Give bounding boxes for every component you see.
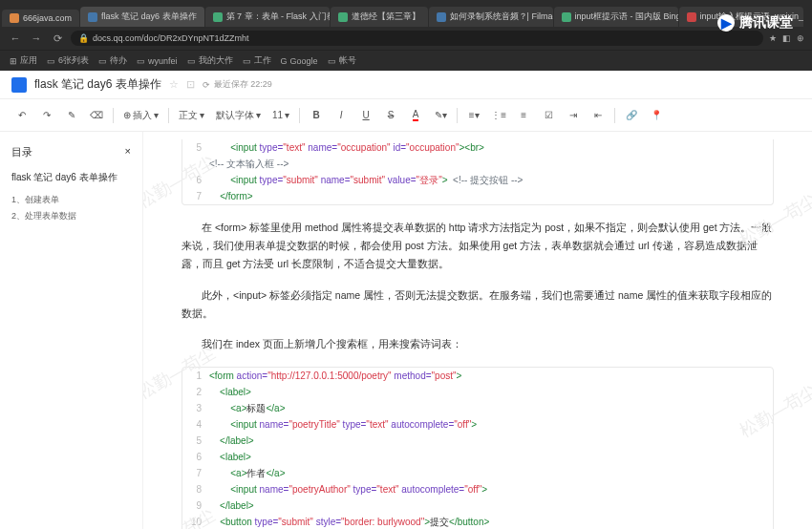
favicon	[88, 12, 97, 22]
addr-icons: ★ ◧ ⊕	[769, 33, 804, 43]
browser-tab[interactable]: 如何录制系统音频？| Filmage S	[429, 7, 553, 27]
bookmark[interactable]: ⊞ 应用	[10, 54, 37, 67]
favicon	[562, 12, 571, 22]
link-button[interactable]: 🔗	[621, 105, 642, 126]
bookmark[interactable]: ▭ 我的大作	[187, 54, 233, 67]
nav-refresh-button[interactable]: ⟳	[50, 31, 65, 46]
bookmark[interactable]: ▭ 待办	[98, 54, 127, 67]
bookmark[interactable]: G Google	[281, 56, 318, 66]
checklist-button[interactable]: ☑	[538, 105, 559, 126]
browser-tab[interactable]: flask 笔记 day6 表单操作	[80, 7, 204, 27]
save-status: ⟳ 最近保存 22:29	[203, 78, 272, 91]
bookmark[interactable]: ▭ 6张列表	[47, 54, 89, 67]
code-block: 1<form action="http://127.0.0.1:5000/poe…	[182, 367, 774, 529]
strikethrough-button[interactable]: S	[380, 105, 401, 126]
paragraph-style-dropdown[interactable]: 正文 ▾	[175, 109, 208, 122]
format-painter-button[interactable]: ✎	[61, 105, 82, 126]
indent-button[interactable]: ⇥	[563, 105, 584, 126]
more-icon[interactable]: ⊡	[186, 78, 195, 91]
insert-dropdown[interactable]: ⊕ 插入 ▾	[119, 109, 162, 122]
document-title[interactable]: flask 笔记 day6 表单操作	[34, 76, 161, 93]
browser-tab[interactable]: 道德经【第三章】	[331, 7, 428, 27]
outline-title: 目录×	[11, 145, 131, 159]
address-bar-row: ← → ⟳ 🔒 docs.qq.com/doc/DR2xDYnpNT1dZZmh…	[0, 27, 812, 50]
bookmark[interactable]: ▭ wyunfei	[137, 56, 178, 66]
nav-forward-button[interactable]: →	[29, 31, 44, 46]
lock-icon: 🔒	[78, 33, 89, 43]
location-button[interactable]: 📍	[646, 105, 667, 126]
browser-tab[interactable]: 666java.com	[2, 10, 79, 27]
favicon	[437, 12, 446, 22]
doc-logo-icon	[11, 77, 27, 93]
bold-button[interactable]: B	[306, 105, 327, 126]
number-list-button[interactable]: ≡	[513, 105, 534, 126]
address-bar[interactable]: 🔒 docs.qq.com/doc/DR2xDYnpNT1dZZmht	[71, 31, 763, 46]
document-header: flask 笔记 day6 表单操作 ☆ ⊡ ⟳ 最近保存 22:29	[0, 71, 812, 99]
favicon	[338, 12, 348, 22]
clear-format-button[interactable]: ⌫	[86, 105, 107, 126]
outdent-button[interactable]: ⇤	[588, 105, 609, 126]
browser-tab[interactable]: 第 7 章：表单 - Flask 入门教程	[205, 7, 330, 27]
italic-button[interactable]: I	[331, 105, 352, 126]
font-dropdown[interactable]: 默认字体 ▾	[212, 109, 265, 122]
url-text: docs.qq.com/doc/DR2xDYnpNT1dZZmht	[93, 33, 249, 43]
nav-back-button[interactable]: ←	[8, 31, 23, 46]
brand-name: 腾讯课堂	[739, 14, 793, 32]
favicon	[10, 13, 19, 23]
browser-chrome: 666java.com flask 笔记 day6 表单操作 第 7 章：表单 …	[0, 0, 812, 50]
outline-sidebar: 目录× flask 笔记 day6 表单操作 1、创建表单 2、处理表单数据	[0, 132, 143, 529]
outline-heading[interactable]: flask 笔记 day6 表单操作	[11, 171, 131, 184]
bookmark[interactable]: ▭ 帐号	[328, 54, 356, 67]
toolbar: ↶ ↷ ✎ ⌫ ⊕ 插入 ▾ 正文 ▾ 默认字体 ▾ 11 ▾ B I U S …	[0, 99, 812, 132]
star-icon[interactable]: ☆	[169, 78, 179, 91]
highlight-button[interactable]: ✎▾	[430, 105, 451, 126]
outline-item[interactable]: 2、处理表单数据	[11, 208, 131, 224]
align-button[interactable]: ≡▾	[463, 105, 484, 126]
undo-button[interactable]: ↶	[11, 105, 32, 126]
underline-button[interactable]: U	[355, 105, 376, 126]
brand-logo-icon: ▶	[717, 14, 735, 32]
font-size-dropdown[interactable]: 11 ▾	[268, 110, 293, 120]
close-outline-icon[interactable]: ×	[125, 145, 131, 159]
favicon	[213, 12, 223, 22]
favicon	[687, 12, 696, 22]
tab-strip: 666java.com flask 笔记 day6 表单操作 第 7 章：表单 …	[0, 0, 812, 27]
bullet-list-button[interactable]: ⋮≡	[488, 105, 509, 126]
brand-overlay: ▶ 腾讯课堂	[717, 14, 793, 32]
paragraph: 我们在 index 页面上新增几个搜索框，用来搜索诗词表：	[182, 335, 774, 353]
content-area: 目录× flask 笔记 day6 表单操作 1、创建表单 2、处理表单数据 松…	[0, 132, 812, 529]
extension-icon[interactable]: ★	[769, 33, 777, 43]
font-color-button[interactable]: A	[405, 105, 426, 126]
document-body[interactable]: 松勤—苟尘 松勤—苟尘 松勤—苟尘 松勤—苟尘 松勤—苟尘 松勤—苟尘 5 <i…	[143, 132, 812, 529]
extension-icon[interactable]: ⊕	[797, 33, 804, 43]
browser-tab[interactable]: input框提示语 - 国内版 Bing	[554, 7, 678, 27]
bookmark[interactable]: ▭ 工作	[243, 54, 271, 67]
code-block: 5 <input type="text" name="occupation" i…	[182, 139, 774, 205]
bookmark-bar: ⊞ 应用 ▭ 6张列表 ▭ 待办 ▭ wyunfei ▭ 我的大作 ▭ 工作 G…	[0, 50, 812, 71]
paragraph: 此外，<input> 标签必须指定 name 属性，否则无法提交数据。在服务端，…	[182, 286, 774, 323]
redo-button[interactable]: ↷	[36, 105, 57, 126]
outline-item[interactable]: 1、创建表单	[11, 192, 131, 208]
paragraph: 在 <form> 标签里使用 method 属性将提交表单数据的 http 请求…	[182, 219, 774, 273]
extension-icon[interactable]: ◧	[782, 33, 791, 43]
